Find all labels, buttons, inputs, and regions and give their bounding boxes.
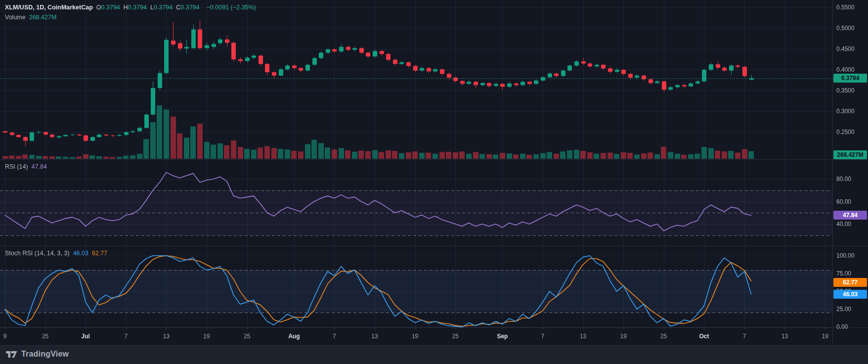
symbol-legend[interactable]: XLM/USD, 1D, CoinMarketCap O0.3794H0.379… (5, 4, 256, 11)
price-axis-label: 0.4000 (836, 66, 855, 73)
time-axis-label: 13 (781, 333, 788, 340)
rsi-axis-label: 80.00 (836, 176, 851, 182)
time-axis-label: 19 (822, 333, 828, 340)
price-axis-label: 0.5000 (836, 25, 855, 32)
tradingview-chart-app: XLM/USD, 1D, CoinMarketCap O0.3794H0.379… (0, 0, 868, 364)
price-change: −0.0091 (−2.35%) (207, 4, 256, 11)
stoch-rsi-legend[interactable]: Stoch RSI (14, 14, 3, 3) 46.03 62.77 (5, 250, 107, 257)
stoch-axis-label: 25.00 (836, 306, 851, 313)
chart-canvas[interactable] (0, 0, 868, 364)
time-axis-label: 7 (743, 333, 746, 340)
last-price-badge: 0.3794 (833, 74, 867, 83)
time-axis-label: 25 (452, 333, 459, 340)
volume-legend[interactable]: Volume 268.427M (5, 14, 56, 21)
time-axis-month-label: Sep (497, 333, 508, 340)
time-axis-label: 9 (3, 333, 7, 340)
stoch-d-badge: 62.77 (833, 278, 867, 287)
stoch-k-value: 46.03 (73, 250, 88, 257)
rsi-axis-label: 60.00 (836, 198, 851, 205)
price-axis-label: 0.2500 (836, 129, 855, 136)
time-axis-label: 25 (42, 333, 48, 340)
symbol-title: XLM/USD, 1D, CoinMarketCap (5, 4, 93, 11)
stoch-k-badge: 46.03 (833, 290, 867, 299)
stoch-axis-label: 75.00 (836, 270, 851, 277)
time-axis-label: 7 (541, 333, 545, 340)
rsi-label: RSI (14) (5, 163, 28, 170)
price-axis-label: 0.5500 (836, 4, 855, 11)
tradingview-logo-icon (6, 351, 17, 358)
time-axis-label: 19 (412, 333, 418, 340)
time-axis-month-label: Jul (82, 333, 90, 340)
price-axis-label: 0.3500 (836, 87, 855, 94)
stoch-axis-label: 100.00 (836, 252, 855, 259)
ohlc-pair: O0.3794 (96, 4, 120, 11)
volume-badge: 268.427M (833, 150, 867, 159)
time-axis-label: 25 (244, 333, 250, 340)
stoch-axis-label: 0.00 (836, 323, 848, 330)
time-axis-label: 13 (163, 333, 170, 340)
stoch-rsi-label: Stoch RSI (14, 14, 3, 3) (5, 250, 70, 257)
bottom-toolbar: TradingView (0, 345, 868, 364)
time-axis-label: 7 (124, 333, 128, 340)
stoch-d-value: 62.77 (92, 250, 107, 257)
rsi-badge: 47.84 (833, 211, 867, 220)
time-axis-label: 19 (203, 333, 210, 340)
ohlc-values: O0.3794H0.3794L0.3794C0.3794 (96, 4, 203, 11)
time-axis-label: 13 (371, 333, 378, 340)
time-axis-month-label: Aug (288, 333, 300, 340)
tradingview-brand-text: TradingView (21, 350, 69, 359)
tradingview-logo[interactable]: TradingView (6, 350, 69, 359)
rsi-legend[interactable]: RSI (14) 47.84 (5, 163, 47, 170)
ohlc-pair: H0.3794 (124, 4, 147, 11)
time-axis-month-label: Oct (699, 333, 709, 340)
ohlc-pair: L0.3794 (150, 4, 173, 11)
price-axis-label: 0.3000 (836, 108, 855, 115)
price-axis-label: 0.4500 (836, 46, 855, 52)
volume-label: Volume (5, 14, 26, 21)
time-axis-label: 7 (333, 333, 336, 340)
time-axis-label: 13 (580, 333, 586, 340)
time-axis-label: 25 (660, 333, 667, 340)
time-axis-label: 19 (620, 333, 627, 340)
ohlc-pair: C0.3794 (176, 4, 199, 11)
rsi-value: 47.84 (32, 163, 47, 170)
volume-value: 268.427M (29, 14, 57, 21)
rsi-axis-label: 40.00 (836, 221, 851, 228)
